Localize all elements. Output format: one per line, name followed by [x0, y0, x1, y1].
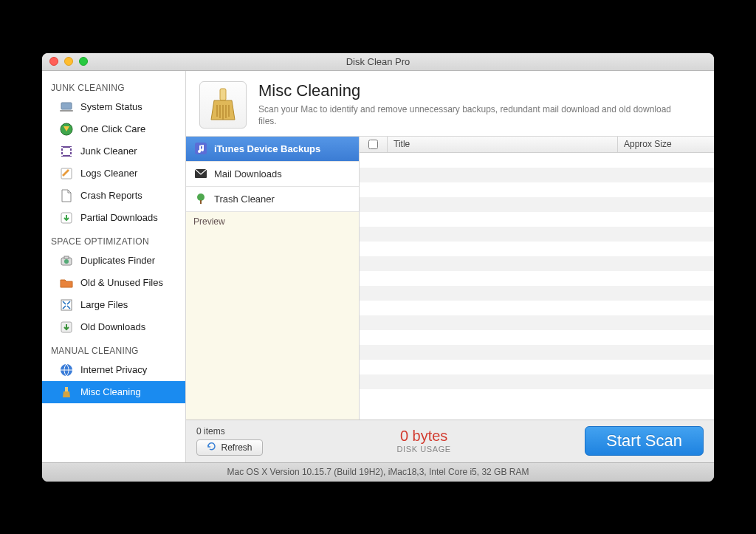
sidebar-item-duplicates-finder[interactable]: Duplicates Finder	[42, 250, 185, 272]
table-pane: Title Approx Size	[360, 137, 714, 420]
tree-icon	[193, 191, 208, 206]
svg-rect-5	[61, 147, 63, 148]
sidebar-item-label: System Status	[80, 101, 142, 112]
sidebar-item-label: Old Downloads	[80, 321, 145, 332]
sidebar-item-old-unused-files[interactable]: Old & Unused Files	[42, 272, 185, 294]
svg-rect-20	[220, 89, 226, 100]
table-row	[360, 168, 714, 182]
titlebar[interactable]: Disk Clean Pro	[42, 53, 714, 71]
column-header-title[interactable]: Title	[388, 137, 618, 152]
table-body	[360, 153, 714, 420]
start-scan-button[interactable]: Start Scan	[585, 426, 704, 456]
window-title: Disk Clean Pro	[42, 56, 714, 67]
svg-rect-19	[65, 387, 68, 391]
category-item-itunes-backups[interactable]: iTunes Device Backups	[186, 137, 359, 162]
app-window: Disk Clean Pro JUNK CLEANING System Stat…	[42, 53, 714, 482]
sidebar-group-label: JUNK CLEANING	[42, 75, 185, 96]
sidebar-item-internet-privacy[interactable]: Internet Privacy	[42, 359, 185, 381]
table-row	[360, 301, 714, 315]
camera-icon	[58, 253, 75, 269]
svg-rect-9	[70, 151, 72, 152]
footer-center: 0 bytes DISK USAGE	[263, 427, 585, 454]
film-icon	[58, 143, 75, 160]
status-text: Mac OS X Version 10.15.7 (Build 19H2), i…	[227, 467, 529, 477]
laptop-icon	[58, 99, 75, 115]
sidebar-item-label: Misc Cleaning	[80, 386, 141, 397]
sidebar-group-label: SPACE OPTIMIZATION	[42, 229, 185, 250]
folder-icon	[58, 275, 75, 291]
globe-arrow-icon	[58, 121, 75, 137]
column-header-size[interactable]: Approx Size	[618, 137, 714, 152]
svg-rect-8	[70, 147, 72, 148]
table-row	[360, 286, 714, 301]
content-area: iTunes Device Backups Mail Downloads Tra…	[186, 137, 714, 420]
brush-large-icon	[199, 81, 247, 129]
sidebar-item-one-click-care[interactable]: One Click Care	[42, 118, 185, 140]
table-row	[360, 330, 714, 345]
sidebar-item-misc-cleaning[interactable]: Misc Cleaning	[42, 381, 185, 403]
minimize-button[interactable]	[64, 57, 73, 66]
column-header-checkbox[interactable]	[360, 137, 388, 152]
window-body: JUNK CLEANING System Status One Click Ca…	[42, 71, 714, 462]
sidebar-item-label: Partial Downloads	[80, 212, 158, 223]
page-title: Misc Cleaning	[258, 81, 672, 100]
category-item-mail-downloads[interactable]: Mail Downloads	[186, 162, 359, 187]
refresh-icon	[207, 442, 216, 453]
sidebar-item-label: Junk Cleaner	[80, 146, 137, 157]
sidebar-item-label: Internet Privacy	[80, 364, 147, 375]
sidebar-item-partial-downloads[interactable]: Partial Downloads	[42, 207, 185, 229]
svg-rect-4	[63, 148, 70, 155]
table-row	[360, 315, 714, 330]
sidebar-group-label: MANUAL CLEANING	[42, 338, 185, 359]
refresh-button[interactable]: Refresh	[196, 439, 263, 456]
down-box-icon	[58, 319, 75, 335]
svg-point-14	[64, 259, 69, 264]
footer-bar: 0 items Refresh 0 bytes DISK USAGE Start…	[186, 420, 714, 462]
select-all-checkbox[interactable]	[368, 140, 378, 149]
sidebar-item-label: One Click Care	[80, 123, 145, 134]
category-label: Mail Downloads	[214, 168, 282, 179]
svg-rect-15	[64, 256, 69, 259]
svg-rect-10	[70, 154, 72, 156]
sidebar-item-label: Duplicates Finder	[80, 255, 155, 266]
table-row	[360, 271, 714, 286]
table-row	[360, 360, 714, 374]
expand-icon	[58, 297, 75, 313]
sidebar-item-crash-reports[interactable]: Crash Reports	[42, 185, 185, 207]
sidebar-item-old-downloads[interactable]: Old Downloads	[42, 316, 185, 338]
sidebar: JUNK CLEANING System Status One Click Ca…	[42, 71, 186, 462]
table-row	[360, 153, 714, 168]
envelope-icon	[193, 166, 208, 181]
table-row	[360, 212, 714, 227]
category-list: iTunes Device Backups Mail Downloads Tra…	[186, 137, 359, 212]
maximize-button[interactable]	[79, 57, 88, 66]
preview-body	[186, 231, 359, 420]
sidebar-item-system-status[interactable]: System Status	[42, 96, 185, 118]
table-row	[360, 182, 714, 197]
traffic-lights	[42, 57, 88, 66]
table-row	[360, 227, 714, 242]
preview-label: Preview	[186, 212, 359, 231]
disk-usage-label: DISK USAGE	[397, 445, 451, 454]
brush-icon	[58, 384, 75, 400]
category-pane: iTunes Device Backups Mail Downloads Tra…	[186, 137, 360, 420]
table-row	[360, 345, 714, 360]
items-count: 0 items	[196, 426, 263, 437]
sidebar-item-label: Crash Reports	[80, 190, 142, 201]
category-label: iTunes Device Backups	[214, 143, 320, 154]
svg-rect-6	[61, 151, 63, 152]
sidebar-item-logs-cleaner[interactable]: Logs Cleaner	[42, 162, 185, 185]
footer-left: 0 items Refresh	[196, 426, 263, 456]
pencil-icon	[58, 165, 75, 182]
close-button[interactable]	[49, 57, 58, 66]
page-subtitle: Scan your Mac to identify and remove unn…	[258, 103, 672, 129]
sidebar-item-junk-cleaner[interactable]: Junk Cleaner	[42, 140, 185, 162]
sidebar-item-large-files[interactable]: Large Files	[42, 294, 185, 316]
table-row	[360, 197, 714, 212]
globe-icon	[58, 362, 75, 378]
main-pane: Misc Cleaning Scan your Mac to identify …	[186, 71, 714, 462]
category-item-trash-cleaner[interactable]: Trash Cleaner	[186, 187, 359, 212]
sidebar-item-label: Logs Cleaner	[80, 168, 137, 179]
music-icon	[193, 141, 208, 156]
category-label: Trash Cleaner	[214, 194, 275, 205]
